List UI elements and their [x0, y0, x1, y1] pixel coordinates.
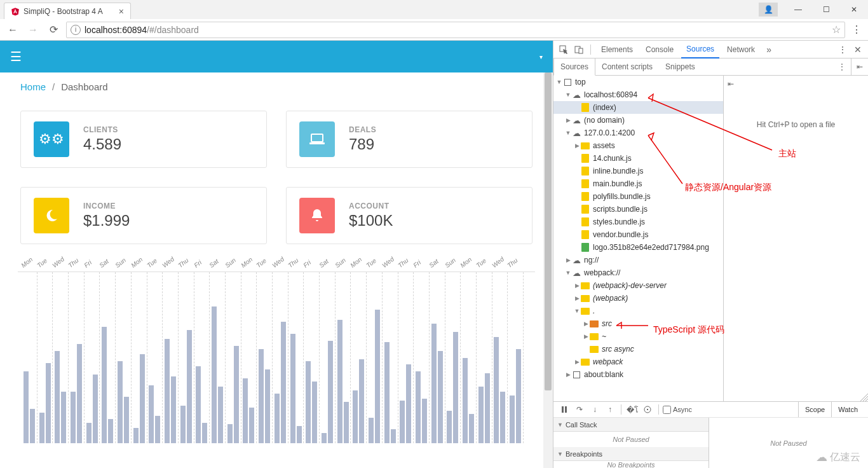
chart-column — [257, 272, 273, 443]
tree-item[interactable]: ▶assets — [553, 139, 723, 152]
tree-item[interactable]: ▼. — [553, 305, 723, 317]
devtools-close-icon[interactable]: ✕ — [851, 43, 864, 56]
async-checkbox[interactable]: Async — [663, 406, 692, 414]
tree-item[interactable]: ▼☁webpack:// — [553, 266, 723, 279]
resizer-icon[interactable] — [860, 394, 868, 401]
breakpoints-header[interactable]: ▼Breakpoints — [553, 447, 709, 461]
breadcrumb-sep: / — [52, 81, 55, 92]
tree-item[interactable]: ▼top — [553, 76, 723, 88]
site-info-icon[interactable]: i — [71, 25, 81, 35]
tree-item[interactable]: logo.351b82e64e2edd717984.png — [553, 241, 723, 254]
chart-bar — [212, 306, 217, 443]
tree-item[interactable]: 14.chunk.js — [553, 152, 723, 165]
card-deals: DEALS789 — [286, 111, 532, 168]
devtools-menu-icon[interactable]: ⋮ — [836, 43, 849, 56]
step-out-icon[interactable]: ↑ — [603, 403, 617, 416]
callstack-header[interactable]: ▼Call Stack — [553, 418, 709, 432]
inspect-icon[interactable] — [557, 43, 570, 56]
subtab-snippets[interactable]: Snippets — [659, 59, 702, 76]
card-label: INCOME — [83, 202, 130, 210]
deactivate-bp-icon[interactable]: �โ — [625, 403, 639, 416]
chart-bar — [328, 341, 333, 443]
chart-x-label: Sat — [318, 254, 334, 269]
tree-item[interactable]: src async — [553, 343, 723, 355]
chart-x-label: Wed — [491, 254, 507, 269]
chart-bar — [46, 363, 51, 443]
subtab-sources[interactable]: Sources — [553, 59, 595, 76]
pause-icon[interactable] — [557, 403, 571, 416]
tree-item[interactable]: ▶(webpack)-dev-server — [553, 279, 723, 292]
url-bar[interactable]: i localhost:60894 /#/dashboard ☆ — [66, 22, 845, 38]
step-into-icon[interactable]: ↓ — [588, 403, 602, 416]
chart-bar — [416, 371, 421, 443]
chart-grid — [18, 272, 535, 443]
device-icon[interactable] — [573, 43, 585, 56]
chart-column — [492, 272, 508, 443]
chart-column — [179, 272, 194, 443]
tree-item[interactable]: scripts.bundle.js — [553, 203, 723, 216]
close-window-icon[interactable]: ✕ — [840, 1, 868, 18]
panel-toggle-icon[interactable]: ⇤ — [851, 62, 868, 71]
sidebar-toggle-icon[interactable]: ⇤ — [728, 79, 734, 88]
tree-item[interactable]: ▶about:blank — [553, 368, 723, 381]
tab-sources[interactable]: Sources — [681, 41, 719, 59]
tree-item[interactable]: (index) — [553, 101, 723, 114]
close-icon[interactable]: × — [119, 6, 124, 17]
chart-bar — [243, 378, 248, 443]
browser-tab[interactable]: SimpliQ - Bootstrap 4 A × — [4, 3, 131, 19]
back-icon[interactable]: ← — [5, 22, 20, 38]
chart-column — [273, 272, 288, 443]
card-clients: ⚙⚙ CLIENTS4.589 — [20, 111, 267, 168]
bookmark-star-icon[interactable]: ☆ — [832, 24, 841, 36]
chart-bar — [249, 408, 254, 443]
chart-bar — [485, 373, 490, 443]
tree-item[interactable]: ▶(webpack) — [553, 292, 723, 305]
chart-bar — [227, 424, 233, 443]
tree-item[interactable]: ▶☁(no domain) — [553, 114, 723, 127]
chart-x-label: Fri — [193, 254, 209, 269]
page-scrollbar[interactable] — [543, 72, 553, 468]
subtab-menu-icon[interactable]: ⋮ — [833, 62, 851, 71]
chart-x-label: Tue — [146, 254, 162, 269]
chart-x-label: Fri — [302, 254, 319, 269]
callstack-body: Not Paused — [553, 432, 709, 447]
chart-bar — [297, 426, 302, 443]
hamburger-icon[interactable]: ☰ — [10, 49, 22, 64]
caret-down-icon[interactable]: ▾ — [539, 53, 543, 60]
tree-item[interactable]: ▶☁ng:// — [553, 254, 723, 266]
sources-tree[interactable]: ▼top▼☁localhost:60894(index)▶☁(no domain… — [553, 76, 724, 401]
tab-network[interactable]: Network — [722, 41, 760, 59]
chart-bar — [306, 361, 311, 443]
tab-elements[interactable]: Elements — [596, 41, 638, 59]
panel-watch[interactable]: Watch — [832, 402, 864, 417]
chart-bar — [140, 354, 145, 443]
step-over-icon[interactable]: ↷ — [573, 403, 587, 416]
pause-exceptions-icon[interactable] — [641, 403, 654, 416]
chart-x-label: Tue — [365, 254, 381, 269]
more-tabs-icon[interactable]: » — [763, 43, 775, 56]
maximize-icon[interactable]: ☐ — [812, 1, 840, 18]
tree-item[interactable]: vendor.bundle.js — [553, 228, 723, 241]
chart-x-label: Thu — [287, 254, 303, 269]
chart-column — [132, 272, 147, 443]
chart-column — [163, 272, 179, 443]
tree-item[interactable]: styles.bundle.js — [553, 216, 723, 228]
breadcrumb-home[interactable]: Home — [20, 81, 46, 92]
subtab-content-scripts[interactable]: Content scripts — [595, 59, 659, 76]
reload-icon[interactable]: ⟳ — [46, 22, 61, 38]
panel-scope[interactable]: Scope — [799, 402, 832, 417]
annot-ts-source: TypeScript 源代码 — [653, 324, 724, 336]
chart-column — [69, 272, 85, 443]
scrollbar-thumb[interactable] — [545, 72, 552, 390]
browser-menu-icon[interactable]: ⋮ — [850, 24, 863, 36]
tree-item[interactable]: ▶webpack — [553, 355, 723, 368]
chart-x-label: Thu — [67, 254, 83, 269]
tree-item[interactable]: ▼☁127.0.0.1:4200 — [553, 127, 723, 139]
tree-item[interactable]: inline.bundle.js — [553, 165, 723, 177]
tree-item[interactable]: ▼☁localhost:60894 — [553, 88, 723, 101]
chart-bar — [391, 429, 396, 443]
tab-console[interactable]: Console — [641, 41, 679, 59]
minimize-icon[interactable]: — — [784, 1, 812, 18]
chart-bar — [447, 411, 452, 443]
user-icon[interactable]: 👤 — [759, 3, 778, 17]
